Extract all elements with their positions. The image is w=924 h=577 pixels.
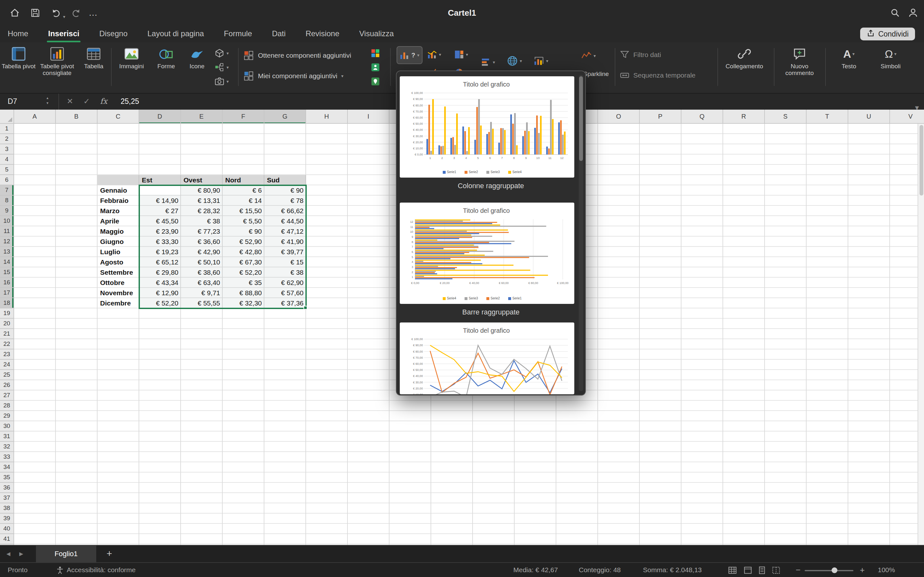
cell-grid-icon[interactable] <box>728 566 737 575</box>
timeline-button[interactable]: Sequenza temporale <box>620 71 696 80</box>
my-addins-button[interactable]: Miei componenti aggiuntivi ▾ <box>243 71 344 81</box>
accessibility-icon[interactable] <box>55 566 65 575</box>
page-break-view-icon[interactable] <box>771 566 781 575</box>
row-header-13[interactable]: 13 <box>0 247 13 257</box>
ribbon-tab-dati[interactable]: Dati <box>271 26 287 42</box>
row-header-38[interactable]: 38 <box>0 503 13 514</box>
ribbon-tab-disegno[interactable]: Disegno <box>98 26 129 42</box>
column-header-T[interactable]: T <box>806 110 848 124</box>
row-header-36[interactable]: 36 <box>0 483 13 493</box>
column-header-V[interactable]: V <box>890 110 924 124</box>
column-header-Q[interactable]: Q <box>682 110 723 124</box>
slicer-button[interactable]: Filtro dati <box>620 50 661 60</box>
row-header-3[interactable]: 3 <box>0 144 13 155</box>
column-header-P[interactable]: P <box>640 110 682 124</box>
vertical-scrollbar[interactable] <box>918 124 924 545</box>
row-header-23[interactable]: 23 <box>0 350 13 359</box>
row-header-32[interactable]: 32 <box>0 442 13 452</box>
row-header-39[interactable]: 39 <box>0 514 13 524</box>
normal-view-icon[interactable] <box>743 566 753 575</box>
icons-button[interactable]: Icone <box>182 45 212 69</box>
row-header-1[interactable]: 1 <box>0 124 13 134</box>
search-icon[interactable] <box>889 7 901 19</box>
month-cell[interactable]: Novembre <box>97 288 139 298</box>
month-cell[interactable]: Agosto <box>97 257 139 268</box>
zoom-slider[interactable] <box>804 570 853 571</box>
column-header-C[interactable]: C <box>97 110 139 124</box>
table-header-cell[interactable]: Sud <box>264 175 306 185</box>
zoom-out-button[interactable]: − <box>796 563 800 577</box>
new-comment-button[interactable]: Nuovo commento <box>776 45 822 76</box>
pictures-button[interactable]: Immagini <box>113 45 150 69</box>
row-header-15[interactable]: 15 <box>0 268 13 277</box>
table-header-cell[interactable]: Est <box>139 175 181 185</box>
table-header-cell[interactable]: Ovest <box>181 175 223 185</box>
confirm-entry-button[interactable]: ✓ <box>83 93 90 110</box>
chart-preview-clustered-bar[interactable]: Titolo del grafico€ 0,00€ 20,00€ 40,00€ … <box>400 203 574 304</box>
month-cell[interactable]: Maggio <box>97 226 139 237</box>
column-header-B[interactable]: B <box>56 110 97 124</box>
row-header-5[interactable]: 5 <box>0 165 13 175</box>
symbols-button[interactable]: Ω ▾ Simboli <box>870 45 911 69</box>
add-sheet-button[interactable]: + <box>104 546 115 563</box>
insert-function-button[interactable]: fx <box>100 93 107 110</box>
column-header-I[interactable]: I <box>348 110 389 124</box>
name-box-stepper[interactable]: ▲ ▼ <box>44 95 51 106</box>
pivot-chart-button[interactable]: ▾ <box>534 54 548 68</box>
link-button[interactable]: Collegamento <box>720 45 769 69</box>
row-header-18[interactable]: 18 <box>0 298 13 308</box>
row-header-25[interactable]: 25 <box>0 370 13 380</box>
table-header-cell[interactable]: Nord <box>223 175 264 185</box>
screenshot-button[interactable]: ▾ <box>214 74 229 89</box>
column-header-G[interactable]: G <box>264 110 306 124</box>
row-header-41[interactable]: 41 <box>0 534 13 544</box>
ribbon-tab-visualizza[interactable]: Visualizza <box>358 26 395 42</box>
row-header-6[interactable]: 6 <box>0 175 13 185</box>
row-header-4[interactable]: 4 <box>0 155 13 165</box>
formula-input[interactable]: 25,25 <box>121 93 139 110</box>
maps-button[interactable]: ▾ <box>507 54 522 68</box>
column-header-D[interactable]: D <box>139 110 181 124</box>
row-header-40[interactable]: 40 <box>0 524 13 534</box>
row-header-34[interactable]: 34 <box>0 462 13 472</box>
pivot-table-button[interactable]: Tabella pivot <box>1 45 36 69</box>
select-all-corner[interactable] <box>0 110 14 124</box>
get-addins-button[interactable]: Ottenere componenti aggiuntivi <box>243 50 351 61</box>
dropdown-scrollbar[interactable] <box>579 75 583 391</box>
shapes-button[interactable]: Forme <box>151 45 182 69</box>
people-graph-button[interactable] <box>371 60 380 74</box>
row-header-31[interactable]: 31 <box>0 432 13 442</box>
row-header-16[interactable]: 16 <box>0 277 13 288</box>
month-cell[interactable]: Settembre <box>97 268 139 277</box>
chart-preview-clustered-column[interactable]: Titolo del grafico€ 100,00€ 90,00€ 80,00… <box>400 76 574 177</box>
vertical-scrollbar-thumb[interactable] <box>919 125 923 195</box>
row-header-8[interactable]: 8 <box>0 195 13 206</box>
row-header-20[interactable]: 20 <box>0 319 13 329</box>
store-addin-button[interactable] <box>371 46 380 60</box>
row-header-9[interactable]: 9 <box>0 206 13 216</box>
insert-column-chart-button[interactable]: ? ▾ <box>397 46 423 64</box>
column-header-A[interactable]: A <box>14 110 56 124</box>
row-header-24[interactable]: 24 <box>0 359 13 370</box>
column-header-S[interactable]: S <box>765 110 806 124</box>
row-header-26[interactable]: 26 <box>0 380 13 390</box>
row-header-22[interactable]: 22 <box>0 339 13 350</box>
row-header-19[interactable]: 19 <box>0 308 13 319</box>
row-header-33[interactable]: 33 <box>0 452 13 462</box>
3d-models-button[interactable]: ▾ <box>214 46 229 60</box>
stepper-down-icon[interactable]: ▼ <box>44 101 51 106</box>
page-layout-view-icon[interactable] <box>757 566 767 575</box>
share-button[interactable]: Condividi <box>860 27 915 40</box>
month-cell[interactable]: Febbraio <box>97 195 139 206</box>
row-header-37[interactable]: 37 <box>0 493 13 503</box>
cancel-entry-button[interactable]: ✕ <box>67 93 73 110</box>
ribbon-tab-home[interactable]: Home <box>6 26 29 42</box>
dropdown-scrollbar-thumb[interactable] <box>579 76 583 161</box>
column-header-O[interactable]: O <box>598 110 640 124</box>
insert-bar-chart-button[interactable]: ▾ <box>481 55 495 69</box>
month-cell[interactable]: Aprile <box>97 216 139 226</box>
stepper-up-icon[interactable]: ▲ <box>44 95 51 101</box>
column-header-U[interactable]: U <box>848 110 890 124</box>
text-button[interactable]: A ▾ Testo <box>830 45 867 69</box>
row-header-30[interactable]: 30 <box>0 421 13 432</box>
